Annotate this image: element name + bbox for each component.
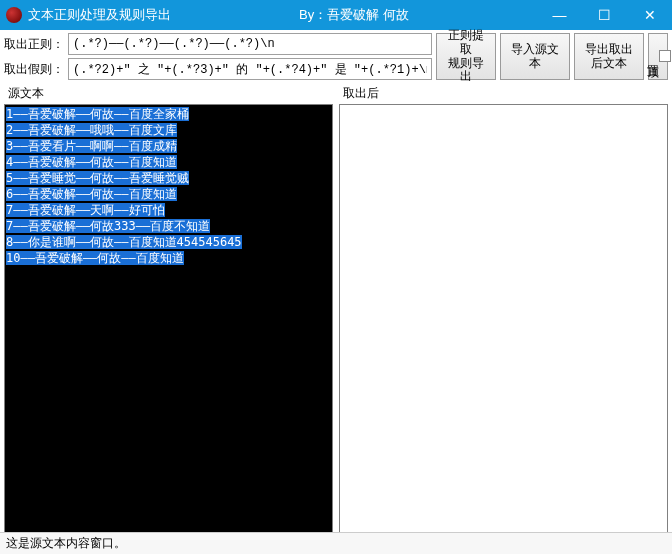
result-pane-label: 取出后 — [339, 83, 668, 104]
result-textarea[interactable] — [339, 104, 668, 534]
top-checkbox-icon — [659, 50, 671, 62]
source-line: 5——吾爱睡觉——何故——吾爱睡觉贼 — [6, 171, 189, 185]
close-button[interactable]: ✕ — [627, 0, 672, 30]
toolbar-inputs: 取出正则： 取出假则： — [4, 33, 432, 80]
panes: 源文本 1——吾爱破解——何故——百度全家桶2——吾爱破解——哦哦——百度文库3… — [0, 83, 672, 534]
fake-label: 取出假则： — [4, 61, 64, 78]
statusbar: 这是源文本内容窗口。 — [0, 532, 672, 554]
source-line: 7——吾爱破解——何故333——百度不知道 — [6, 219, 210, 233]
titlebar: 文本正则处理及规则导出 By：吾爱破解 何故 — ☐ ✕ — [0, 0, 672, 30]
result-pane: 取出后 — [339, 83, 668, 534]
title-by: By：吾爱破解 何故 — [171, 6, 537, 24]
source-line: 8——你是谁啊——何故——百度知道454545645 — [6, 235, 242, 249]
source-line: 3——吾爱看片——啊啊——百度成精 — [6, 139, 177, 153]
source-pane: 源文本 1——吾爱破解——何故——百度全家桶2——吾爱破解——哦哦——百度文库3… — [4, 83, 333, 534]
source-pane-label: 源文本 — [4, 83, 333, 104]
maximize-button[interactable]: ☐ — [582, 0, 627, 30]
app-title: 文本正则处理及规则导出 — [28, 6, 171, 24]
source-line: 4——吾爱破解——何故——百度知道 — [6, 155, 177, 169]
minimize-button[interactable]: — — [537, 0, 582, 30]
top-label: 置顶 — [645, 55, 659, 59]
toolbar-buttons: 正则提取规则导出 导入源文本 导出取出后文本 置顶 — [436, 33, 668, 80]
extract-row: 取出正则： — [4, 33, 432, 55]
btn-main-line1: 正则提取规则导出 — [443, 29, 489, 84]
fake-row: 取出假则： — [4, 58, 432, 80]
source-line: 7——吾爱破解——天啊——好可怕 — [6, 203, 165, 217]
source-line: 2——吾爱破解——哦哦——百度文库 — [6, 123, 177, 137]
source-line: 6——吾爱破解——何故——百度知道 — [6, 187, 177, 201]
fake-regex-input[interactable] — [68, 58, 432, 80]
status-text: 这是源文本内容窗口。 — [6, 535, 126, 552]
window-buttons: — ☐ ✕ — [537, 0, 672, 30]
export-result-button[interactable]: 导出取出后文本 — [574, 33, 644, 80]
extract-label: 取出正则： — [4, 36, 64, 53]
source-line: 10——吾爱破解——何故——百度知道 — [6, 251, 184, 265]
app-icon — [6, 7, 22, 23]
source-lines: 1——吾爱破解——何故——百度全家桶2——吾爱破解——哦哦——百度文库3——吾爱… — [6, 106, 331, 266]
always-on-top-toggle[interactable]: 置顶 — [648, 33, 668, 80]
source-textarea[interactable]: 1——吾爱破解——何故——百度全家桶2——吾爱破解——哦哦——百度文库3——吾爱… — [4, 104, 333, 534]
extract-regex-input[interactable] — [68, 33, 432, 55]
import-source-button[interactable]: 导入源文本 — [500, 33, 570, 80]
source-line: 1——吾爱破解——何故——百度全家桶 — [6, 107, 189, 121]
toolbar: 取出正则： 取出假则： 正则提取规则导出 导入源文本 导出取出后文本 置顶 — [0, 30, 672, 83]
regex-extract-export-button[interactable]: 正则提取规则导出 — [436, 33, 496, 80]
